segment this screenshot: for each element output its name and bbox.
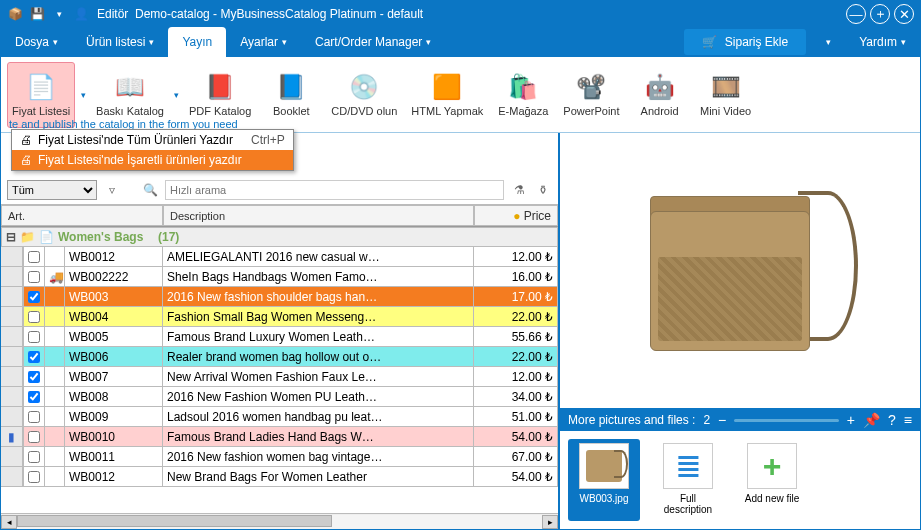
close-button[interactable]: ✕ — [894, 4, 914, 24]
ribbon-android[interactable]: 🤖Android — [630, 62, 690, 128]
row-checkbox-cell[interactable] — [23, 307, 45, 326]
col-art[interactable]: Art. — [1, 205, 163, 226]
maximize-button[interactable]: ＋ — [870, 4, 890, 24]
row-checkbox[interactable] — [28, 471, 40, 483]
dropdown-item[interactable]: 🖨Fiyat Listesi'nde Tüm Ürünleri YazdırCt… — [12, 130, 293, 150]
tree-collapse-icon[interactable]: ⊟ — [6, 230, 16, 244]
ribbon-cddvdolun[interactable]: 💿CD/DVD olun — [327, 62, 401, 128]
filter-funnel-icon[interactable]: ▿ — [103, 181, 121, 199]
scroll-thumb[interactable] — [17, 515, 332, 527]
menu-yayn[interactable]: Yayın — [168, 27, 226, 57]
cell-art: WB0012 — [65, 467, 163, 486]
table-row[interactable]: WB0082016 New Fashion Women PU Leath…34.… — [1, 387, 558, 407]
add-order-button[interactable]: 🛒Sipariş Ekle — [684, 29, 806, 55]
row-checkbox[interactable] — [28, 271, 40, 283]
row-checkbox-cell[interactable] — [23, 427, 45, 446]
table-row[interactable]: WB009Ladsoul 2016 women handbag pu leat…… — [1, 407, 558, 427]
cell-description: AMELIEGALANTI 2016 new casual w… — [163, 247, 474, 266]
print-icon: 🖨 — [20, 133, 32, 147]
table-row[interactable]: WB0012AMELIEGALANTI 2016 new casual w…12… — [1, 247, 558, 267]
row-checkbox[interactable] — [28, 411, 40, 423]
ribbon-booklet[interactable]: 📘Booklet — [261, 62, 321, 128]
row-checkbox[interactable] — [28, 331, 40, 343]
menu-dosya[interactable]: Dosya ▾ — [1, 27, 72, 57]
zoom-slider[interactable] — [734, 419, 839, 422]
filter-select[interactable]: Tüm — [7, 180, 97, 200]
group-row[interactable]: ⊟ 📁 📄 Women's Bags (17) — [1, 227, 558, 247]
cart-icon: 🛒 — [702, 35, 717, 49]
table-row[interactable]: WB00112016 New fashion women bag vintage… — [1, 447, 558, 467]
thumb-label: Add new file — [745, 493, 799, 504]
scroll-right-button[interactable]: ▸ — [542, 515, 558, 529]
group-name: Women's Bags — [58, 230, 143, 244]
thumb-label: WB003.jpg — [580, 493, 629, 504]
row-checkbox[interactable] — [28, 431, 40, 443]
help-menu[interactable]: Yardım ▾ — [845, 27, 920, 57]
ribbon-minivideo[interactable]: 🎞️Mini Video — [696, 62, 756, 128]
save-icon[interactable]: 💾 — [29, 6, 45, 22]
menu-rnlistesi[interactable]: Ürün listesi ▾ — [72, 27, 168, 57]
ribbon-emaaza[interactable]: 🛍️E-Mağaza — [493, 62, 553, 128]
row-checkbox[interactable] — [28, 351, 40, 363]
help-icon[interactable]: ? — [888, 412, 896, 428]
row-checkbox-cell[interactable] — [23, 327, 45, 346]
cell-price: 55.66 ₺ — [474, 327, 558, 346]
order-dropdown[interactable]: ▾ — [812, 27, 845, 57]
menu-icon[interactable]: ≡ — [904, 412, 912, 428]
filter-icon-1[interactable]: ⚗ — [510, 181, 528, 199]
row-indicator — [1, 307, 23, 326]
cell-description: Realer brand women bag hollow out o… — [163, 347, 474, 366]
row-checkbox[interactable] — [28, 391, 40, 403]
horizontal-scrollbar[interactable]: ◂ ▸ — [1, 513, 558, 529]
table-row[interactable]: WB006Realer brand women bag hollow out o… — [1, 347, 558, 367]
menu-ayarlar[interactable]: Ayarlar ▾ — [226, 27, 301, 57]
table-row[interactable]: WB007New Arrival Women Fashion Faux Le…1… — [1, 367, 558, 387]
table-row[interactable]: 🚚WB002222SheIn Bags Handbags Women Famo…… — [1, 267, 558, 287]
table-row[interactable]: ▮WB0010Famous Brand Ladies Hand Bags W…5… — [1, 427, 558, 447]
col-price[interactable]: ● Price — [474, 205, 558, 226]
search-icon: 🔍 — [141, 181, 159, 199]
ribbon-icon: 📖 — [114, 71, 146, 103]
user-icon[interactable]: 👤 — [73, 6, 89, 22]
thumbnail[interactable]: +Add new file — [736, 439, 808, 521]
row-checkbox-cell[interactable] — [23, 407, 45, 426]
cell-price: 54.00 ₺ — [474, 427, 558, 446]
row-checkbox[interactable] — [28, 451, 40, 463]
scroll-left-button[interactable]: ◂ — [1, 515, 17, 529]
slider-plus-icon[interactable]: + — [847, 412, 855, 428]
table-row[interactable]: WB0032016 New fashion shoulder bags han…… — [1, 287, 558, 307]
menu-cartordermanager[interactable]: Cart/Order Manager ▾ — [301, 27, 445, 57]
cell-price: 54.00 ₺ — [474, 467, 558, 486]
row-checkbox-cell[interactable] — [23, 467, 45, 486]
table-row[interactable]: WB0012New Brand Bags For Women Leather54… — [1, 467, 558, 487]
col-description[interactable]: Description — [163, 205, 474, 226]
thumbnail[interactable]: ≣Full description — [652, 439, 724, 521]
row-checkbox[interactable] — [28, 291, 40, 303]
minimize-button[interactable]: — — [846, 4, 866, 24]
row-checkbox-cell[interactable] — [23, 447, 45, 466]
slider-minus-icon[interactable]: − — [718, 412, 726, 428]
files-bar: More pictures and files : 2 − + 📌 ? ≡ — [560, 409, 920, 431]
row-checkbox-cell[interactable] — [23, 267, 45, 286]
table-row[interactable]: WB005Famous Brand Luxury Women Leath…55.… — [1, 327, 558, 347]
row-checkbox-cell[interactable] — [23, 367, 45, 386]
row-checkbox[interactable] — [28, 311, 40, 323]
ribbon-htmlyapmak[interactable]: 🟧HTML Yapmak — [407, 62, 487, 128]
row-checkbox-cell[interactable] — [23, 347, 45, 366]
ribbon-powerpoint[interactable]: 📽️PowerPoint — [559, 62, 623, 128]
save-dropdown-icon[interactable]: ▾ — [51, 6, 67, 22]
ribbon-dropdown-caret[interactable]: ▾ — [174, 90, 179, 100]
row-checkbox[interactable] — [28, 371, 40, 383]
table-row[interactable]: WB004Fashion Small Bag Women Messeng…22.… — [1, 307, 558, 327]
row-checkbox-cell[interactable] — [23, 247, 45, 266]
row-checkbox-cell[interactable] — [23, 287, 45, 306]
ribbon-dropdown-caret[interactable]: ▾ — [81, 90, 86, 100]
thumbnail[interactable]: WB003.jpg — [568, 439, 640, 521]
row-checkbox[interactable] — [28, 251, 40, 263]
dropdown-item[interactable]: 🖨Fiyat Listesi'nde İşaretli ürünleri yaz… — [12, 150, 293, 170]
row-checkbox-cell[interactable] — [23, 387, 45, 406]
pin-icon[interactable]: 📌 — [863, 412, 880, 428]
ribbon-icon: 📄 — [25, 71, 57, 103]
quick-search-input[interactable] — [165, 180, 504, 200]
filter-icon-2[interactable]: ⚱ — [534, 181, 552, 199]
